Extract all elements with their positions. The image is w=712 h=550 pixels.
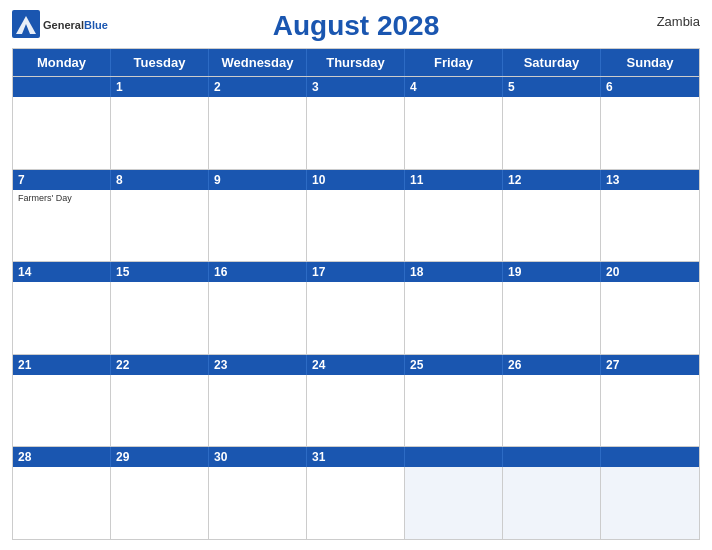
w4d4-num: 24 — [307, 355, 405, 375]
w2d4-num: 10 — [307, 170, 405, 190]
header-friday: Friday — [405, 49, 503, 76]
w1d7-num: 6 — [601, 77, 699, 97]
w2d3-content — [209, 190, 307, 262]
w1d6-content — [503, 97, 601, 169]
week-3: 14 15 16 17 18 19 20 — [13, 261, 699, 354]
w1d1-num — [13, 77, 111, 97]
w1d4-num: 3 — [307, 77, 405, 97]
week-5-numbers: 28 29 30 31 — [13, 447, 699, 467]
w4d2-num: 22 — [111, 355, 209, 375]
w2d6-content — [503, 190, 601, 262]
week-2-numbers: 7 8 9 10 11 12 13 — [13, 170, 699, 190]
calendar-wrapper: GeneralBlue August 2028 Zambia Monday Tu… — [0, 0, 712, 550]
w5d6-content — [503, 467, 601, 539]
w1d2-num: 1 — [111, 77, 209, 97]
w5d7-content — [601, 467, 699, 539]
w1d2-content — [111, 97, 209, 169]
w1d6-num: 5 — [503, 77, 601, 97]
w5d3-content — [209, 467, 307, 539]
logo-blue: Blue — [84, 19, 108, 31]
w4d3-content — [209, 375, 307, 447]
w1d5-content — [405, 97, 503, 169]
w3d5-content — [405, 282, 503, 354]
logo-general: General — [43, 19, 84, 31]
calendar-header: GeneralBlue August 2028 Zambia — [12, 10, 700, 42]
w4d1-num: 21 — [13, 355, 111, 375]
w3d2-content — [111, 282, 209, 354]
w3d1-content — [13, 282, 111, 354]
w3d4-num: 17 — [307, 262, 405, 282]
w2d7-content — [601, 190, 699, 262]
w3d4-content — [307, 282, 405, 354]
w5d4-content — [307, 467, 405, 539]
week-4-numbers: 21 22 23 24 25 26 27 — [13, 355, 699, 375]
w3d3-num: 16 — [209, 262, 307, 282]
w2d2-content — [111, 190, 209, 262]
w5d1-content — [13, 467, 111, 539]
w5d1-num: 28 — [13, 447, 111, 467]
week-3-content — [13, 282, 699, 354]
week-5-content — [13, 467, 699, 539]
w1d3-num: 2 — [209, 77, 307, 97]
w5d5-content — [405, 467, 503, 539]
header-monday: Monday — [13, 49, 111, 76]
w4d2-content — [111, 375, 209, 447]
header-wednesday: Wednesday — [209, 49, 307, 76]
week-4: 21 22 23 24 25 26 27 — [13, 354, 699, 447]
week-4-content — [13, 375, 699, 447]
w5d2-num: 29 — [111, 447, 209, 467]
w3d7-num: 20 — [601, 262, 699, 282]
week-1-numbers: 1 2 3 4 5 6 — [13, 77, 699, 97]
w3d6-num: 19 — [503, 262, 601, 282]
w2d5-content — [405, 190, 503, 262]
w1d5-num: 4 — [405, 77, 503, 97]
w2d2-num: 8 — [111, 170, 209, 190]
week-2: 7 8 9 10 11 12 13 Farmers' Day — [13, 169, 699, 262]
w2d1-num: 7 — [13, 170, 111, 190]
calendar-title: August 2028 — [273, 10, 440, 42]
header-saturday: Saturday — [503, 49, 601, 76]
week-5: 28 29 30 31 — [13, 446, 699, 539]
header-sunday: Sunday — [601, 49, 699, 76]
w1d1-content — [13, 97, 111, 169]
w3d1-num: 14 — [13, 262, 111, 282]
w3d5-num: 18 — [405, 262, 503, 282]
w2d5-num: 11 — [405, 170, 503, 190]
w5d5-num — [405, 447, 503, 467]
w1d4-content — [307, 97, 405, 169]
w3d6-content — [503, 282, 601, 354]
logo-text: GeneralBlue — [43, 15, 108, 33]
w2d7-num: 13 — [601, 170, 699, 190]
w4d5-content — [405, 375, 503, 447]
w5d7-num — [601, 447, 699, 467]
w4d3-num: 23 — [209, 355, 307, 375]
w4d5-num: 25 — [405, 355, 503, 375]
day-headers: Monday Tuesday Wednesday Thursday Friday… — [13, 49, 699, 76]
logo-area: GeneralBlue — [12, 10, 108, 38]
w3d7-content — [601, 282, 699, 354]
week-2-content: Farmers' Day — [13, 190, 699, 262]
w2d6-num: 12 — [503, 170, 601, 190]
w4d7-num: 27 — [601, 355, 699, 375]
calendar-grid: Monday Tuesday Wednesday Thursday Friday… — [12, 48, 700, 540]
w5d6-num — [503, 447, 601, 467]
w5d4-num: 31 — [307, 447, 405, 467]
w3d3-content — [209, 282, 307, 354]
week-3-numbers: 14 15 16 17 18 19 20 — [13, 262, 699, 282]
w2d3-num: 9 — [209, 170, 307, 190]
w4d7-content — [601, 375, 699, 447]
generalblue-logo-icon — [12, 10, 40, 38]
header-tuesday: Tuesday — [111, 49, 209, 76]
week-1-content — [13, 97, 699, 169]
w4d6-num: 26 — [503, 355, 601, 375]
w1d3-content — [209, 97, 307, 169]
header-thursday: Thursday — [307, 49, 405, 76]
w5d3-num: 30 — [209, 447, 307, 467]
w4d1-content — [13, 375, 111, 447]
w4d6-content — [503, 375, 601, 447]
country-label: Zambia — [657, 14, 700, 29]
w5d2-content — [111, 467, 209, 539]
week-1: 1 2 3 4 5 6 — [13, 76, 699, 169]
w3d2-num: 15 — [111, 262, 209, 282]
w2d1-content: Farmers' Day — [13, 190, 111, 262]
